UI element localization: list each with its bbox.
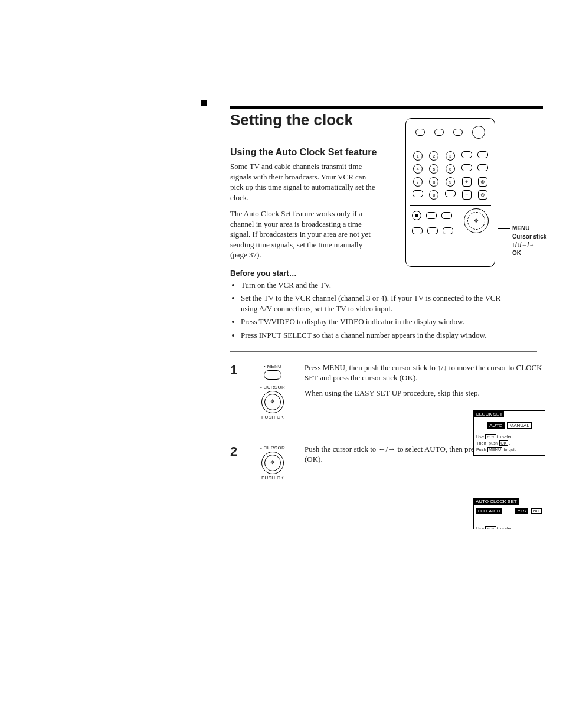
minus-icon: ⊖ [478,190,487,200]
bullet-decor [201,100,207,106]
tv-icon [453,129,463,136]
legend-ok: OK [512,250,521,256]
before-item: Press TV/VIDEO to display the VIDEO indi… [241,316,518,327]
pill-icon [445,190,456,197]
osd-title: AUTO CLOCK SET [474,498,519,505]
eject-icon [415,129,425,136]
remote-diagram: 1 2 3 4 5 6 7 8 9 + ⊕ 0 − ⊖ ✥ [405,118,495,267]
digit-2: 2 [429,151,438,161]
osd-hint: Use ←→ to select [474,525,545,529]
ff-icon [427,227,438,234]
push-ok-label: PUSH OK [249,475,296,481]
cursor-label: • CURSOR [249,384,296,390]
legend-menu: MENU [512,225,529,231]
pill-icon [477,151,488,158]
digit-5: 5 [429,164,438,174]
digit-9: 9 [446,177,455,187]
digit-1: 1 [413,151,423,161]
digit-4: 4 [413,164,423,174]
osd-option: AUTO [487,422,505,429]
osd-hint: Then push OK . [474,440,545,446]
digit-8: 8 [429,177,438,187]
digit-7: 7 [413,177,423,187]
osd-auto-clock-set: AUTO CLOCK SET FULL AUTO YES NO Use ←→ t… [473,498,545,529]
top-rule [230,106,543,109]
legend-arrows: ↑/↓/←/→ [512,241,535,248]
remote-legend: MENU Cursor stick ↑/↓/←/→ OK [498,118,550,257]
cursor-stick-icon: ✥ [261,452,284,474]
intro-p2: The Auto Clock Set feature works only if… [230,208,378,260]
minus-icon: − [462,190,472,200]
before-item: Turn on the VCR and the TV. [241,280,518,290]
before-item: Set the TV to the VCR channel (channel 3… [241,293,518,314]
digit-0: 0 [429,190,438,200]
step-number: 1 [230,363,241,421]
intro-p1: Some TV and cable channels transmit time… [230,161,378,203]
osd-option: YES [515,508,528,514]
step-icon: • CURSOR ✥ PUSH OK [249,444,296,482]
pill-icon [477,164,488,171]
circle-icon [472,126,485,139]
cursor-stick-icon: ✥ [261,391,284,413]
menu-label: • MENU [249,364,296,369]
plus-icon: + [462,177,472,187]
cursor-label: • CURSOR [249,445,296,450]
push-ok-label: PUSH OK [249,414,296,420]
menu-button-icon [443,227,453,234]
before-item: Press INPUT SELECT so that a channel num… [241,330,518,341]
step-icon: • MENU • CURSOR ✥ PUSH OK [249,363,296,421]
digit-6: 6 [446,164,455,174]
osd-row-label: FULL AUTO [476,508,502,514]
section-heading: Using the Auto Clock Set feature [230,147,378,158]
digit-3: 3 [446,151,455,161]
before-list: Turn on the VCR and the TV. Set the TV t… [230,280,518,341]
step-text: When using the EASY SET UP procedure, sk… [305,388,543,399]
osd-hint: Push MENU to quit [474,446,545,453]
pill-icon [461,164,472,171]
rew-icon [412,227,423,234]
step-text: Press MENU, then push the cursor stick t… [305,363,543,383]
number-pad: 1 2 3 4 5 6 7 8 9 + ⊕ 0 − ⊖ [406,146,495,204]
stop-icon [426,212,437,219]
legend-cursor: Cursor stick [512,233,546,240]
pill-icon [413,190,423,197]
plus-icon: ⊕ [478,177,487,187]
osd-option: MANUAL [507,422,531,429]
osd-title: CLOCK SET [474,411,504,417]
osd-clock-set: CLOCK SET AUTO MANUAL Use ←→ to select T… [473,410,545,456]
before-heading: Before you start… [230,269,545,278]
power-icon [434,129,444,136]
menu-button-icon [264,370,282,380]
osd-option: NO [531,508,542,514]
osd-hint: Use ←→ to select [474,433,545,440]
separator [230,351,537,352]
step-number: 2 [230,444,241,482]
pill-icon [461,151,472,158]
pause-icon [441,212,452,219]
record-icon [412,211,421,220]
